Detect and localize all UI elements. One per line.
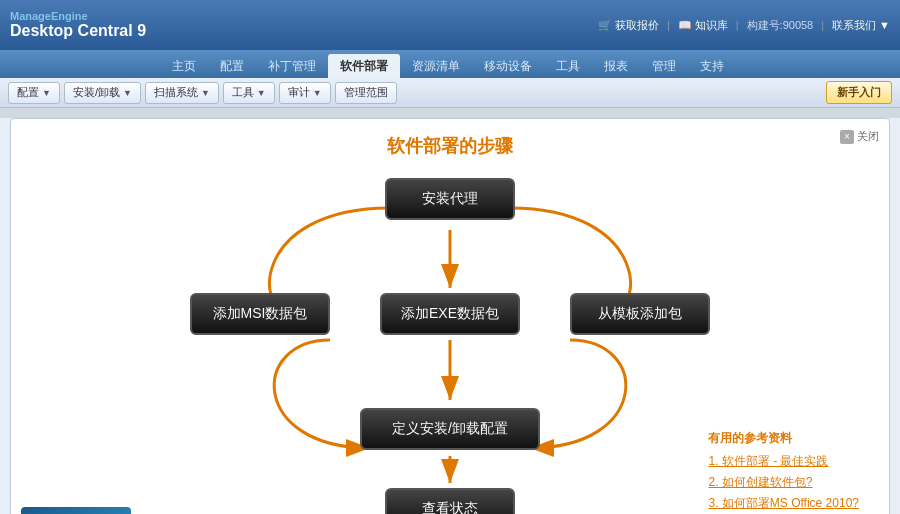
arrows-svg [170,178,730,514]
info-panel: 软件部署的步骤 × 关闭 [10,118,890,514]
knowledge-item[interactable]: 📖 知识库 [678,18,728,33]
resource-link-1[interactable]: 1. 软件部署 - 最佳实践 [708,453,859,470]
cart-item[interactable]: 🛒 获取报价 [598,18,659,33]
nav-tab-software[interactable]: 软件部署 [328,54,400,78]
audit-label: 审计 [288,85,310,100]
resource-item-1[interactable]: 1. 软件部署 - 最佳实践 [708,453,859,470]
contact-item[interactable]: 联系我们 ▼ [832,18,890,33]
install-agent-box[interactable]: 安装代理 [385,178,515,220]
resource-link-2[interactable]: 2. 如何创建软件包? [708,474,859,491]
install-arrow-icon: ▼ [123,88,132,98]
resource-link-3[interactable]: 3. 如何部署MS Office 2010? [708,495,859,512]
toolbar: 配置 ▼ 安装/卸载 ▼ 扫描系统 ▼ 工具 ▼ 审计 ▼ 管理范围 新手入门 [0,78,900,108]
nav-tab-tools[interactable]: 工具 [544,54,592,78]
add-msi-box[interactable]: 添加MSI数据包 [190,293,330,335]
build-info: 构建号:90058 [747,18,814,33]
check-status-box[interactable]: 查看状态 [385,488,515,514]
knowledge-icon: 📖 [678,19,692,32]
config-label: 配置 [17,85,39,100]
toolbar-config-btn[interactable]: 配置 ▼ [8,82,60,104]
nav-tab-mobile[interactable]: 移动设备 [472,54,544,78]
nav-bar: 主页 配置 补丁管理 软件部署 资源清单 移动设备 工具 报表 管理 支持 [0,50,900,78]
logo-area: ManageEngine Desktop Central 9 [10,10,146,40]
toolbar-install-btn[interactable]: 安装/卸载 ▼ [64,82,141,104]
nav-tab-admin[interactable]: 管理 [640,54,688,78]
resource-item-2[interactable]: 2. 如何创建软件包? [708,474,859,491]
flow-diagram: 安装代理 添加MSI数据包 添加EXE数据包 从模板添加包 定义安装/卸载配置 … [170,178,730,514]
toolbar-audit-btn[interactable]: 审计 ▼ [279,82,331,104]
tools-label: 工具 [232,85,254,100]
dropdown-icon: ▼ [879,19,890,31]
nav-tab-inventory[interactable]: 资源清单 [400,54,472,78]
install-label: 安装/卸载 [73,85,120,100]
divider1: | [667,19,670,31]
scope-label: 管理范围 [344,85,388,100]
nav-tab-patch[interactable]: 补丁管理 [256,54,328,78]
toolbar-scope-btn[interactable]: 管理范围 [335,82,397,104]
cart-label: 获取报价 [615,18,659,33]
main-content: 软件部署的步骤 × 关闭 [0,118,900,514]
resource-item-3[interactable]: 3. 如何部署MS Office 2010? [708,495,859,512]
toolbar-tools-btn[interactable]: 工具 ▼ [223,82,275,104]
knowledge-label: 知识库 [695,18,728,33]
divider3: | [821,19,824,31]
nav-tab-home[interactable]: 主页 [160,54,208,78]
panel-title: 软件部署的步骤 [26,134,874,158]
tools-arrow-icon: ▼ [257,88,266,98]
close-button[interactable]: × 关闭 [840,129,879,144]
top-right-bar: 🛒 获取报价 | 📖 知识库 | 构建号:90058 | 联系我们 ▼ [598,18,890,33]
resources-title: 有用的参考资料 [708,430,859,447]
audit-arrow-icon: ▼ [313,88,322,98]
nav-tab-reports[interactable]: 报表 [592,54,640,78]
config-arrow-icon: ▼ [42,88,51,98]
cart-icon: 🛒 [598,19,612,32]
top-bar: ManageEngine Desktop Central 9 🛒 获取报价 | … [0,0,900,50]
nav-tab-config[interactable]: 配置 [208,54,256,78]
close-label: 关闭 [857,129,879,144]
add-template-box[interactable]: 从模板添加包 [570,293,710,335]
nav-tab-support[interactable]: 支持 [688,54,736,78]
scan-arrow-icon: ▼ [201,88,210,98]
new-user-btn[interactable]: 新手入门 [826,81,892,104]
scan-label: 扫描系统 [154,85,198,100]
contact-label: 联系我们 [832,18,876,33]
close-x-icon: × [840,130,854,144]
logo-desktop-central: Desktop Central 9 [10,22,146,40]
logo-manage-engine: ManageEngine [10,10,146,22]
add-exe-box[interactable]: 添加EXE数据包 [380,293,520,335]
define-config-box[interactable]: 定义安装/卸载配置 [360,408,540,450]
resources-section: 有用的参考资料 1. 软件部署 - 最佳实践 2. 如何创建软件包? 3. 如何… [708,430,859,514]
watermark: 非凡软件站 CRSKY.com [21,507,131,514]
toolbar-scan-btn[interactable]: 扫描系统 ▼ [145,82,219,104]
divider2: | [736,19,739,31]
